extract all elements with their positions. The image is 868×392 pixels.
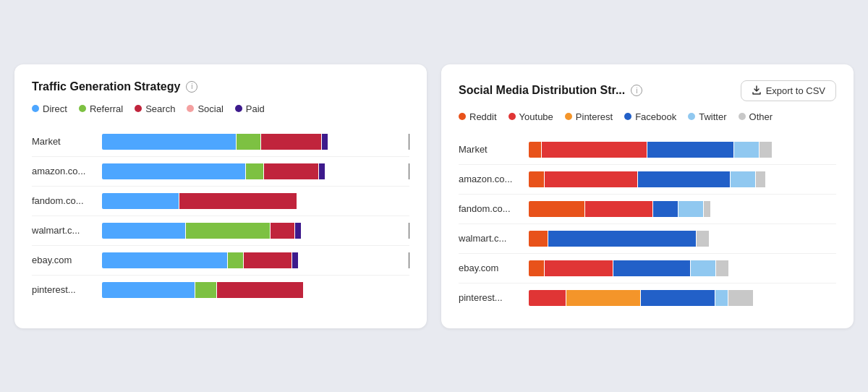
- bar-segment: [697, 231, 709, 247]
- bar-container: [102, 134, 400, 150]
- bar-segment: [102, 282, 195, 298]
- row-label: walmart.c...: [459, 233, 520, 244]
- right-chart: Marketamazon.co...fandom.co...walmart.c.…: [459, 135, 836, 312]
- legend-item: Twitter: [688, 111, 726, 122]
- bar-segment: [237, 134, 260, 150]
- legend-dot: [79, 105, 86, 112]
- divider-line: [409, 223, 409, 239]
- bar-segment: [529, 201, 584, 217]
- bar-segment: [261, 134, 320, 150]
- bar-container: [102, 282, 409, 298]
- row-label: fandom.co...: [32, 195, 93, 206]
- row-label: ebay.com: [32, 255, 93, 265]
- export-label: Export to CSV: [766, 85, 825, 96]
- bar-segment: [734, 142, 759, 158]
- right-info-icon[interactable]: i: [631, 85, 642, 96]
- legend-item: Direct: [32, 103, 67, 114]
- bar-segment: [548, 231, 696, 247]
- divider-line: [409, 134, 409, 150]
- left-legend: DirectReferralSearchSocialPaid: [32, 103, 409, 114]
- legend-item: Paid: [235, 103, 265, 114]
- bar-segment: [295, 223, 301, 239]
- legend-label: Referral: [90, 103, 123, 114]
- legend-item: Facebook: [624, 111, 676, 122]
- table-row: ebay.com: [32, 246, 409, 276]
- bar-segment: [613, 260, 690, 276]
- bar-segment: [271, 223, 294, 239]
- bar-container: [102, 252, 400, 268]
- bar-segment: [585, 201, 653, 217]
- legend-label: Direct: [43, 103, 67, 114]
- legend-dot: [509, 113, 516, 120]
- row-label: amazon.co...: [459, 174, 520, 184]
- bar-segment: [244, 252, 292, 268]
- bar-segment: [716, 260, 728, 276]
- table-row: pinterest...: [32, 276, 409, 304]
- bar-container: [102, 193, 409, 209]
- legend-item: Pinterest: [565, 111, 613, 122]
- row-label: fandom.co...: [459, 203, 520, 214]
- right-card: Social Media Distribution Str... i Expor…: [441, 64, 854, 328]
- legend-label: Facebook: [635, 111, 676, 122]
- dashboard: Traffic Generation Strategy i DirectRefe…: [0, 50, 868, 343]
- legend-label: Pinterest: [576, 111, 613, 122]
- bar-segment: [102, 223, 185, 239]
- bar-segment: [545, 260, 613, 276]
- bar-segment: [529, 171, 544, 187]
- bar-segment: [728, 290, 753, 306]
- bar-container: [529, 231, 836, 247]
- legend-label: Twitter: [699, 111, 726, 122]
- bar-segment: [529, 290, 566, 306]
- legend-dot: [459, 113, 466, 120]
- right-card-header: Social Media Distribution Str... i Expor…: [459, 80, 836, 101]
- bar-segment: [691, 260, 715, 276]
- legend-dot: [135, 105, 142, 112]
- bar-segment: [760, 142, 772, 158]
- bar-segment: [179, 193, 297, 209]
- bar-segment: [542, 142, 647, 158]
- bar-segment: [529, 142, 541, 158]
- row-label: pinterest...: [32, 284, 93, 295]
- export-button[interactable]: Export to CSV: [741, 80, 836, 101]
- legend-dot: [565, 113, 572, 120]
- bar-segment: [704, 201, 710, 217]
- bar-segment: [566, 290, 640, 306]
- bar-segment: [102, 252, 227, 268]
- bar-segment: [102, 193, 179, 209]
- table-row: amazon.co...: [459, 165, 836, 195]
- right-title-row: Social Media Distribution Str... i: [459, 84, 642, 97]
- left-info-icon[interactable]: i: [186, 81, 197, 93]
- table-row: fandom.co...: [32, 187, 409, 216]
- bar-segment: [678, 201, 703, 217]
- legend-label: Search: [145, 103, 175, 114]
- row-label: Market: [459, 144, 520, 155]
- bar-segment: [641, 290, 715, 306]
- left-card-title: Traffic Generation Strategy: [32, 80, 180, 93]
- bar-segment: [529, 260, 544, 276]
- bar-segment: [217, 282, 303, 298]
- bar-segment: [195, 282, 217, 298]
- left-card-header: Traffic Generation Strategy i: [32, 80, 409, 93]
- row-label: walmart.c...: [32, 225, 93, 236]
- row-label: pinterest...: [459, 292, 520, 303]
- legend-item: Referral: [79, 103, 123, 114]
- legend-item: Other: [739, 111, 773, 122]
- bar-segment: [529, 231, 548, 247]
- legend-label: Social: [197, 103, 223, 114]
- legend-item: Social: [187, 103, 223, 114]
- bar-segment: [102, 134, 236, 150]
- bar-segment: [638, 171, 731, 187]
- legend-dot: [739, 113, 746, 120]
- bar-segment: [292, 252, 298, 268]
- divider-line: [409, 163, 409, 179]
- table-row: fandom.co...: [459, 195, 836, 224]
- legend-dot: [624, 113, 631, 120]
- bar-container: [102, 163, 400, 179]
- table-row: pinterest...: [459, 284, 836, 312]
- bar-segment: [102, 163, 245, 179]
- bar-container: [102, 223, 400, 239]
- left-card: Traffic Generation Strategy i DirectRefe…: [14, 64, 427, 328]
- legend-dot: [235, 105, 242, 112]
- bar-segment: [545, 171, 637, 187]
- bar-segment: [647, 142, 733, 158]
